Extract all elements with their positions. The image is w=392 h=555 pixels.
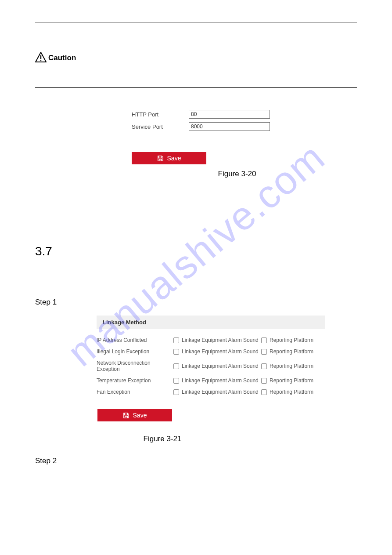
svg-rect-1 [40, 60, 41, 61]
linkage-row: Temperature ExceptionLinkage Equipment A… [97, 377, 325, 384]
service-port-input[interactable] [189, 122, 270, 131]
save-icon [123, 412, 129, 419]
linkage-opt2-label: Reporting Platform [270, 337, 313, 343]
linkage-opt1-label: Linkage Equipment Alarm Sound [182, 348, 259, 355]
checkbox-alarm-sound[interactable] [173, 363, 179, 369]
linkage-exception-name: Network Disconnection Exception [97, 360, 173, 372]
checkbox-reporting-platform[interactable] [261, 363, 267, 369]
save-button-label: Save [133, 412, 147, 419]
step-2-label: Step 2 [35, 457, 357, 465]
linkage-opt2-label: Reporting Platform [270, 363, 313, 369]
checkbox-alarm-sound[interactable] [173, 389, 179, 395]
caution-label: Caution [48, 54, 76, 62]
linkage-exception-name: Illegal Login Exception [97, 348, 173, 355]
linkage-row: Fan ExceptionLinkage Equipment Alarm Sou… [97, 389, 325, 395]
linkage-method-header: Linkage Method [97, 316, 325, 329]
divider-caution-bottom [35, 87, 357, 88]
linkage-opt2-label: Reporting Platform [270, 377, 313, 384]
checkbox-reporting-platform[interactable] [261, 337, 267, 343]
linkage-row: IP Address ConflictedLinkage Equipment A… [97, 337, 325, 343]
caution-header: Caution [35, 49, 357, 63]
checkbox-reporting-platform[interactable] [261, 378, 267, 384]
checkbox-alarm-sound[interactable] [173, 378, 179, 384]
http-port-input[interactable] [189, 110, 270, 119]
http-port-label: HTTP Port [132, 111, 189, 118]
svg-rect-0 [40, 55, 41, 59]
figure-caption-320: Figure 3-20 [132, 170, 342, 178]
linkage-opt1-label: Linkage Equipment Alarm Sound [182, 337, 259, 343]
checkbox-reporting-platform[interactable] [261, 389, 267, 395]
linkage-opt2-label: Reporting Platform [270, 348, 313, 355]
linkage-opt2-label: Reporting Platform [270, 389, 313, 395]
linkage-opt1-label: Linkage Equipment Alarm Sound [182, 377, 259, 384]
divider-top [35, 22, 357, 22]
checkbox-alarm-sound[interactable] [173, 349, 179, 355]
save-icon [157, 155, 164, 162]
linkage-exception-name: Fan Exception [97, 389, 173, 395]
checkbox-alarm-sound[interactable] [173, 337, 179, 343]
linkage-row: Illegal Login ExceptionLinkage Equipment… [97, 348, 325, 355]
linkage-opt1-label: Linkage Equipment Alarm Sound [182, 363, 259, 369]
linkage-opt1-label: Linkage Equipment Alarm Sound [182, 389, 259, 395]
step-1-label: Step 1 [35, 298, 357, 307]
save-button-label: Save [167, 155, 181, 162]
section-number: 3.7 [35, 244, 357, 258]
warning-icon [35, 52, 47, 62]
service-port-label: Service Port [132, 123, 189, 130]
checkbox-reporting-platform[interactable] [261, 349, 267, 355]
save-button-linkage[interactable]: Save [97, 409, 172, 421]
linkage-exception-name: IP Address Conflicted [97, 337, 173, 343]
linkage-exception-name: Temperature Exception [97, 377, 173, 384]
figure-caption-321: Figure 3-21 [97, 435, 228, 443]
linkage-row: Network Disconnection ExceptionLinkage E… [97, 360, 325, 372]
save-button-ports[interactable]: Save [132, 152, 206, 164]
